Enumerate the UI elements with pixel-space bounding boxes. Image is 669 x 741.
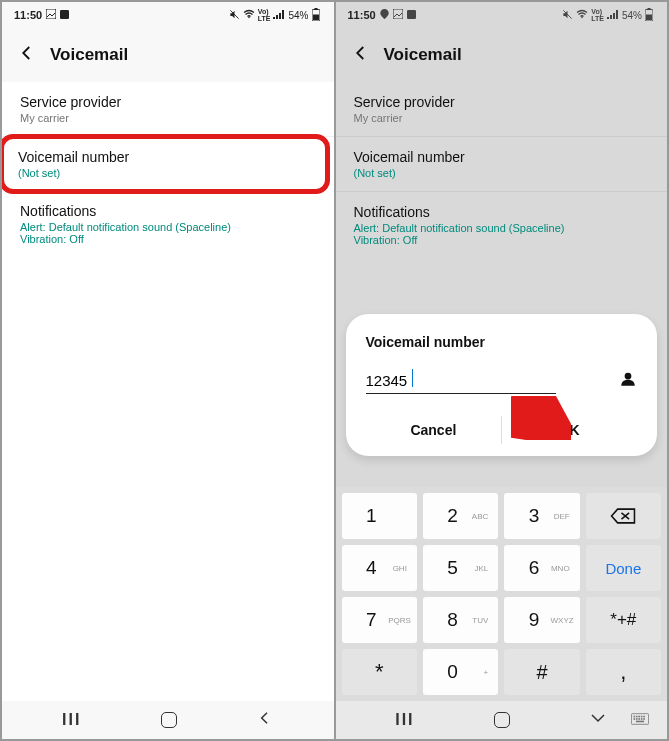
back-icon[interactable] xyxy=(352,44,370,67)
setting-title: Notifications xyxy=(354,204,650,220)
setting-sub: (Not set) xyxy=(354,167,650,179)
phone-left: 11:50 Vo)LTE 54% xyxy=(2,2,334,739)
svg-rect-26 xyxy=(643,718,645,720)
keyboard-icon[interactable] xyxy=(631,711,649,729)
key-2[interactable]: 2ABC xyxy=(423,493,498,539)
svg-rect-17 xyxy=(633,716,635,718)
key-comma[interactable]: , xyxy=(586,649,661,695)
svg-rect-20 xyxy=(641,716,643,718)
svg-point-10 xyxy=(582,17,584,19)
svg-rect-24 xyxy=(638,718,640,720)
svg-rect-22 xyxy=(633,718,635,720)
key-hash[interactable]: # xyxy=(504,649,579,695)
setting-sub: (Not set) xyxy=(18,167,311,179)
svg-rect-6 xyxy=(313,14,319,20)
settings-list: Service provider My carrier Voicemail nu… xyxy=(2,82,334,701)
key-1[interactable]: 1 xyxy=(342,493,417,539)
voicemail-number-input[interactable] xyxy=(366,368,556,394)
wifi-icon xyxy=(576,9,588,21)
setting-title: Service provider xyxy=(20,94,316,110)
key-8[interactable]: 8TUV xyxy=(423,597,498,643)
svg-rect-5 xyxy=(314,8,317,10)
back-nav-icon[interactable] xyxy=(257,710,273,730)
keyboard-dismiss-icon[interactable] xyxy=(589,711,607,729)
back-icon[interactable] xyxy=(18,44,36,67)
app-header: Voicemail xyxy=(336,28,668,82)
battery-icon xyxy=(312,8,320,23)
setting-service-provider[interactable]: Service provider My carrier xyxy=(336,82,668,137)
volte-icon: Vo)LTE xyxy=(258,8,271,22)
status-time: 11:50 xyxy=(14,9,42,21)
mute-icon xyxy=(562,9,573,22)
app-header: Voicemail xyxy=(2,28,334,82)
page-title: Voicemail xyxy=(50,45,128,65)
phone-right: 11:50 Vo)LTE xyxy=(336,2,668,739)
voicemail-number-dialog: Voicemail number Cancel OK xyxy=(346,314,658,456)
nav-bar: III xyxy=(336,701,668,739)
setting-title: Voicemail number xyxy=(18,149,311,165)
key-star[interactable]: * xyxy=(342,649,417,695)
svg-rect-18 xyxy=(636,716,638,718)
svg-rect-8 xyxy=(407,10,416,19)
location-icon xyxy=(380,9,389,21)
key-done[interactable]: Done xyxy=(586,545,661,591)
wifi-icon xyxy=(243,9,255,21)
svg-point-3 xyxy=(248,17,250,19)
battery-percent: 54% xyxy=(288,10,308,21)
recents-icon[interactable]: III xyxy=(395,711,414,729)
key-7[interactable]: 7PQRS xyxy=(342,597,417,643)
setting-service-provider[interactable]: Service provider My carrier xyxy=(2,82,334,137)
svg-rect-23 xyxy=(636,718,638,720)
status-bar: 11:50 Vo)LTE 54% xyxy=(2,2,334,28)
nav-bar: III xyxy=(2,701,334,739)
svg-rect-21 xyxy=(643,716,645,718)
setting-notifications[interactable]: Notifications Alert: Default notificatio… xyxy=(2,191,334,257)
key-4[interactable]: 4GHI xyxy=(342,545,417,591)
svg-rect-27 xyxy=(636,721,644,723)
highlight-voicemail-number[interactable]: Voicemail number (Not set) xyxy=(2,134,330,194)
app-icon xyxy=(60,9,69,21)
key-0[interactable]: 0+ xyxy=(423,649,498,695)
setting-title: Voicemail number xyxy=(354,149,650,165)
setting-sub: Alert: Default notification sound (Space… xyxy=(354,222,650,246)
home-icon[interactable] xyxy=(161,712,177,728)
setting-sub: My carrier xyxy=(354,112,650,124)
signal-icon xyxy=(607,9,619,21)
key-3[interactable]: 3DEF xyxy=(504,493,579,539)
status-bar: 11:50 Vo)LTE xyxy=(336,2,668,28)
key-symbols[interactable]: *+# xyxy=(586,597,661,643)
signal-icon xyxy=(273,9,285,21)
app-icon xyxy=(407,9,416,21)
key-6[interactable]: 6MNO xyxy=(504,545,579,591)
svg-rect-12 xyxy=(648,8,651,10)
status-time: 11:50 xyxy=(348,9,376,21)
recents-icon[interactable]: III xyxy=(62,711,81,729)
text-cursor xyxy=(412,369,414,387)
svg-rect-1 xyxy=(60,10,69,19)
svg-rect-19 xyxy=(638,716,640,718)
svg-point-14 xyxy=(625,372,632,379)
cancel-button[interactable]: Cancel xyxy=(366,404,502,456)
setting-sub: My carrier xyxy=(20,112,316,124)
picture-icon xyxy=(393,9,403,21)
key-backspace[interactable] xyxy=(586,493,661,539)
page-title: Voicemail xyxy=(384,45,462,65)
ok-button[interactable]: OK xyxy=(501,404,637,456)
mute-icon xyxy=(229,9,240,22)
volte-icon: Vo)LTE xyxy=(591,8,604,22)
key-5[interactable]: 5JKL xyxy=(423,545,498,591)
picture-icon xyxy=(46,9,56,21)
numeric-keypad: 1 2ABC 3DEF 4GHI 5JKL 6MNO Done 7PQRS 8T… xyxy=(336,487,668,701)
key-9[interactable]: 9WXYZ xyxy=(504,597,579,643)
setting-voicemail-number[interactable]: Voicemail number (Not set) xyxy=(336,137,668,192)
setting-notifications[interactable]: Notifications Alert: Default notificatio… xyxy=(336,192,668,258)
setting-title: Service provider xyxy=(354,94,650,110)
dialog-title: Voicemail number xyxy=(366,334,638,350)
battery-icon xyxy=(645,8,653,23)
svg-rect-13 xyxy=(646,14,652,20)
contact-icon[interactable] xyxy=(619,370,637,393)
home-icon[interactable] xyxy=(494,712,510,728)
setting-sub: Alert: Default notification sound (Space… xyxy=(20,221,316,245)
setting-title: Notifications xyxy=(20,203,316,219)
svg-rect-25 xyxy=(641,718,643,720)
